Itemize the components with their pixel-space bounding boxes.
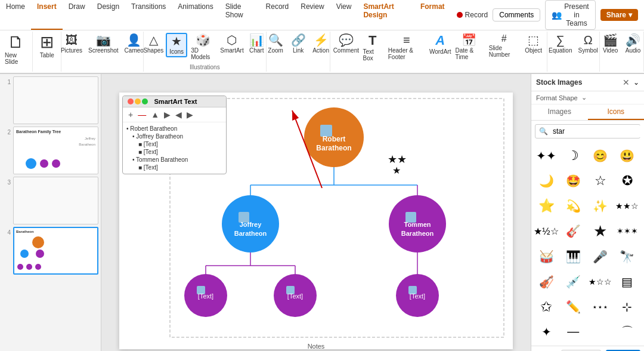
icon-mic[interactable]: 🎤	[589, 245, 612, 268]
icon-star-sm[interactable]: ✦	[535, 321, 558, 343]
icon-star-half[interactable]: ★½☆	[535, 220, 558, 242]
minimize-window-dot[interactable]	[135, 98, 141, 104]
panel-close-button[interactable]: ✕	[623, 78, 630, 87]
icon-curve[interactable]: ⌒	[616, 321, 639, 343]
icon-lines[interactable]: ▤	[616, 270, 639, 293]
zoom-icon: 🔍	[268, 34, 283, 46]
icon-constellation[interactable]: ✶✶✶	[616, 220, 639, 242]
tab-home[interactable]: Home	[0, 0, 31, 30]
icon-drums[interactable]: 🥁	[535, 245, 558, 268]
icon-star-eyes[interactable]: 🤩	[562, 170, 584, 192]
tab-slide-show[interactable]: Slide Show	[219, 0, 260, 30]
slide-item-1[interactable]: 1	[2, 76, 98, 124]
shapes-button[interactable]: △ Shapes	[143, 33, 165, 55]
tab-review[interactable]: Review	[295, 0, 330, 30]
table-button[interactable]: ⊞ Table	[34, 33, 60, 60]
icon-shooting-star[interactable]: 💫	[562, 195, 584, 217]
icon-star-5[interactable]: ★☆☆	[589, 270, 612, 293]
icon-star-rating[interactable]: ★★☆	[616, 195, 639, 217]
chart-icon: 📊	[249, 34, 264, 46]
icon-star-outline[interactable]: ☆	[589, 170, 612, 192]
format-shape-expand-icon[interactable]: ⌄	[581, 94, 587, 101]
chart-button[interactable]: 📊 Chart	[246, 33, 267, 55]
icon-star-group[interactable]: ✦✦	[535, 144, 558, 167]
icon-dash[interactable]: —	[562, 321, 584, 343]
maximize-window-dot[interactable]	[142, 98, 148, 104]
header-footer-button[interactable]: ≡ Header & Footer	[386, 33, 428, 61]
record-dot-icon	[457, 12, 463, 18]
tab-format[interactable]: Format	[414, 0, 451, 30]
svg-text:Baratheon: Baratheon	[234, 230, 267, 237]
link-button[interactable]: 🔗 Link	[287, 33, 309, 55]
tab-draw[interactable]: Draw	[63, 0, 91, 30]
audio-button[interactable]: 🔊 Audio	[623, 33, 644, 55]
icon-guitar2[interactable]: 🎻	[535, 270, 558, 293]
click-to-add-notes[interactable]: Notes	[308, 343, 325, 350]
group-table: ⊞ Table	[33, 32, 61, 72]
slide-number-button[interactable]: # Slide Number	[487, 33, 522, 59]
smartart-button[interactable]: ⬡ SmartArt	[219, 33, 244, 55]
zoom-button[interactable]: 🔍 Zoom	[265, 33, 286, 55]
comments-button[interactable]: Comments	[493, 8, 540, 21]
icon-pencil[interactable]: ✏️	[562, 295, 584, 318]
remove-item-button[interactable]: —	[136, 109, 148, 120]
smartart-item-4: • Tommen Baratheon	[126, 156, 222, 164]
table-icon: ⊞	[40, 34, 54, 51]
icon-star-filled[interactable]: ★	[589, 220, 612, 242]
screenshot-button[interactable]: 📷 Screenshot	[86, 33, 121, 55]
icon-star-circle[interactable]: ✪	[616, 170, 639, 192]
icon-sparkle[interactable]: ✨	[589, 195, 612, 217]
share-button[interactable]: Share ▾	[600, 9, 638, 21]
icon-piano[interactable]: 🎹	[562, 245, 584, 268]
object-button[interactable]: ⬚ Object	[523, 33, 544, 55]
slide-item-2[interactable]: 2 Baratheon Family Tree Jeffrey Baratheo…	[2, 127, 98, 174]
smartart-item-0: • Robert Baratheon	[126, 125, 222, 133]
tab-design[interactable]: Design	[91, 0, 125, 30]
slide-item-3[interactable]: 3	[2, 177, 98, 224]
slide-item-4[interactable]: 4 Baratheon	[2, 227, 98, 275]
move-right-button[interactable]: ◀	[174, 109, 184, 120]
tab-images[interactable]: Images	[531, 104, 588, 120]
icon-crescent[interactable]: ☽	[562, 144, 584, 167]
icon-crescent2[interactable]: 🌙	[535, 170, 558, 192]
icons-button[interactable]: ★ Icons	[166, 33, 187, 57]
tab-icons[interactable]: Icons	[588, 104, 645, 120]
video-button[interactable]: 🎬 Video	[600, 33, 621, 55]
tab-smartart-design[interactable]: SmartArt Design	[357, 0, 414, 30]
tab-view[interactable]: View	[330, 0, 358, 30]
icon-star-outline2[interactable]: ✩	[535, 295, 558, 318]
indent-button[interactable]: ▶	[185, 109, 195, 120]
action-button[interactable]: ⚡ Action	[310, 33, 332, 55]
equation-button[interactable]: ∑ Equation	[546, 33, 574, 55]
move-up-button[interactable]: ▲	[149, 109, 161, 120]
record-button[interactable]: Record	[457, 11, 488, 19]
text-box-button[interactable]: T Text Box	[361, 33, 385, 63]
video-icon: 🎬	[603, 34, 618, 46]
tab-animations[interactable]: Animations	[172, 0, 219, 30]
tab-transitions[interactable]: Transitions	[125, 0, 172, 30]
new-slide-button[interactable]: 🗋 New Slide	[2, 33, 30, 66]
search-input[interactable]	[552, 125, 643, 137]
close-window-dot[interactable]	[128, 98, 134, 104]
icon-telescope[interactable]: 🔭	[616, 245, 639, 268]
3d-models-button[interactable]: 🎲 3D Models	[188, 33, 218, 61]
date-time-button[interactable]: 📅 Date & Time	[453, 33, 485, 61]
icon-syringe[interactable]: 💉	[562, 270, 584, 293]
comment-button[interactable]: 💬 Comment	[333, 33, 359, 55]
pictures-button[interactable]: 🖼 Pictures	[58, 33, 85, 55]
panel-expand-icon[interactable]: ⌄	[633, 78, 639, 87]
move-down-button[interactable]: ▶	[162, 109, 172, 120]
add-item-button[interactable]: +	[126, 109, 135, 120]
icon-circle-smiley[interactable]: 😃	[616, 144, 639, 167]
wordart-button[interactable]: A WordArt	[429, 33, 452, 56]
header-footer-icon: ≡	[403, 34, 410, 46]
icon-star-constellation2[interactable]: ⊹	[616, 295, 639, 318]
tab-insert[interactable]: Insert	[31, 0, 63, 30]
icon-star-badge[interactable]: ⭐	[535, 195, 558, 217]
tab-record[interactable]: Record	[260, 0, 295, 30]
symbol-button[interactable]: Ω Symbol	[575, 33, 600, 55]
icon-guitar[interactable]: 🎸	[562, 220, 584, 242]
icon-smiley[interactable]: 😊	[589, 144, 612, 167]
icon-star-dotted[interactable]: ⋆⋆⋆	[589, 295, 612, 318]
present-in-teams-button[interactable]: 👥 Present in Teams	[545, 0, 595, 30]
